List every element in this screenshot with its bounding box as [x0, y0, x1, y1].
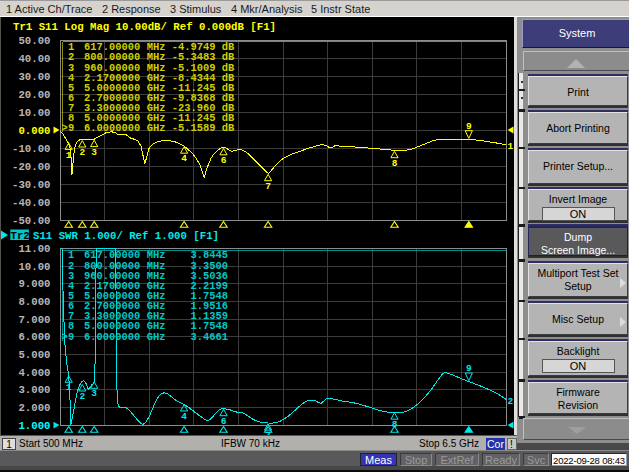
svg-text:1: 1 [66, 382, 72, 393]
svg-text:4: 4 [181, 411, 187, 422]
svg-text:20.00: 20.00 [18, 89, 50, 101]
svg-text:11.00: 11.00 [18, 243, 50, 255]
svg-text:-10.00: -10.00 [12, 143, 50, 155]
svg-text:-30.00: -30.00 [12, 179, 50, 191]
svg-text:7: 7 [265, 181, 271, 192]
svg-text:Tr2: Tr2 [11, 230, 30, 242]
svg-text:>: > [62, 122, 68, 134]
svg-text:40.00: 40.00 [18, 53, 50, 65]
svg-text:3: 3 [91, 388, 97, 399]
svg-text:10.00: 10.00 [18, 107, 50, 119]
svg-text:5.000: 5.000 [18, 349, 50, 361]
svg-text:8: 8 [392, 158, 398, 169]
svg-text:6: 6 [221, 416, 227, 427]
svg-text:Tr1 S11 Log Mag 10.00dB/ Ref 0: Tr1 S11 Log Mag 10.00dB/ Ref 0.000dB [F1… [13, 21, 276, 33]
svg-text:-20.00: -20.00 [12, 161, 50, 173]
svg-text:2: 2 [79, 147, 85, 158]
svg-text:1: 1 [508, 141, 514, 152]
svg-text:-40.00: -40.00 [12, 197, 50, 209]
svg-text:3: 3 [91, 147, 97, 158]
svg-text:6.0000000 GHz 3.4661: 6.0000000 GHz 3.4661 [84, 331, 228, 343]
svg-text:4.000: 4.000 [18, 367, 50, 379]
svg-text:3.000: 3.000 [18, 384, 50, 396]
svg-text:10.00: 10.00 [18, 261, 50, 273]
svg-text:6.0000000 GHz -5.1589 dB: 6.0000000 GHz -5.1589 dB [84, 122, 235, 134]
svg-text:2.000: 2.000 [18, 402, 50, 414]
svg-text:50.00: 50.00 [18, 35, 50, 47]
svg-text:6: 6 [221, 155, 227, 166]
svg-text:1: 1 [66, 150, 72, 161]
svg-text:2: 2 [79, 391, 85, 402]
svg-text:30.00: 30.00 [18, 71, 50, 83]
svg-text:>: > [62, 331, 68, 343]
svg-text:9: 9 [68, 122, 74, 134]
svg-text:2: 2 [508, 396, 514, 407]
svg-text:0.000: 0.000 [18, 125, 50, 137]
svg-text:6.000: 6.000 [18, 331, 50, 343]
svg-text:9: 9 [466, 121, 472, 132]
svg-text:1.000: 1.000 [18, 420, 50, 432]
svg-text:8.000: 8.000 [18, 296, 50, 308]
svg-text:S11 SWR 1.000/ Ref 1.000 [F1]: S11 SWR 1.000/ Ref 1.000 [F1] [33, 230, 219, 242]
svg-text:-50.00: -50.00 [12, 215, 50, 227]
svg-text:9: 9 [68, 331, 74, 343]
svg-text:9: 9 [466, 363, 472, 374]
svg-text:4: 4 [181, 153, 187, 164]
svg-text:7.000: 7.000 [18, 314, 50, 326]
svg-text:9.000: 9.000 [18, 278, 50, 290]
